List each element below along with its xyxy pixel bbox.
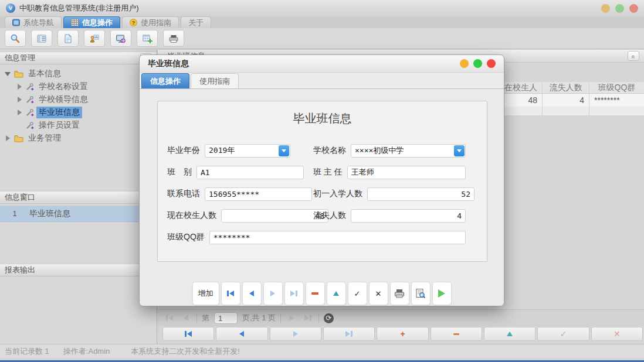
page-first-button[interactable] xyxy=(164,312,175,324)
dialog-tab-info-operation[interactable]: 信息操作 xyxy=(141,73,189,88)
record-next-button[interactable] xyxy=(270,327,321,341)
tab-user-guide[interactable]: ? 使用指南 xyxy=(122,16,179,28)
record-delete-button[interactable] xyxy=(431,327,482,341)
phone-input[interactable] xyxy=(205,187,312,201)
school-name-input[interactable] xyxy=(351,144,466,158)
field-label: 现在校生人数 xyxy=(167,210,216,221)
graduating-class-dialog: 毕业班信息 信息操作 使用指南 毕业班信息 毕业年份 xyxy=(139,54,504,306)
tab-system-nav[interactable]: 系统导航 xyxy=(5,16,62,28)
enroll-count-input[interactable] xyxy=(367,187,474,201)
printer-button[interactable] xyxy=(163,30,184,47)
print-preview-button[interactable] xyxy=(411,282,431,305)
column-header-lost-count[interactable]: 流失人数 xyxy=(543,82,589,93)
record-last-button[interactable] xyxy=(323,327,375,341)
grad-year-combobox[interactable] xyxy=(205,144,290,158)
field-grad-year: 毕业年份 xyxy=(167,144,290,158)
tree-node-graduating-class[interactable]: 毕业班信息 xyxy=(0,106,157,119)
maximize-button[interactable] xyxy=(615,4,624,13)
record-post-button[interactable]: ✓ xyxy=(537,327,589,341)
info-window-panel-header: 信息窗口 xyxy=(0,191,157,204)
run-button[interactable] xyxy=(432,282,452,305)
record-add-button[interactable]: + xyxy=(377,327,428,341)
document-icon xyxy=(63,33,73,44)
tab-info-operation[interactable]: 信息操作 xyxy=(63,16,120,28)
page-number-input[interactable] xyxy=(214,312,238,324)
dialog-tab-bar: 信息操作 使用指南 xyxy=(141,73,239,88)
list-button[interactable] xyxy=(31,30,52,47)
status-bar: 当前记录数 1 操作者:Admin 本系统支持二次开发和全新开发! xyxy=(0,344,644,358)
current-count-input[interactable] xyxy=(221,209,328,223)
tree-node-label[interactable]: 学校领导信息 xyxy=(36,94,90,105)
page-next-button[interactable] xyxy=(286,312,297,324)
operator-label: 操作者:Admin xyxy=(63,346,110,357)
qq-group-input[interactable] xyxy=(209,231,466,244)
table-add-button[interactable] xyxy=(137,30,158,47)
tree-node-label-selected[interactable]: 毕业班信息 xyxy=(36,107,82,118)
lost-count-input[interactable] xyxy=(351,209,466,223)
panel-collapse-up-button[interactable]: « xyxy=(628,51,639,61)
minimize-button[interactable] xyxy=(601,4,610,13)
page-last-button[interactable] xyxy=(302,312,314,324)
record-prev-button[interactable] xyxy=(216,327,267,341)
delete-record-button[interactable] xyxy=(306,282,325,305)
app-logo-icon: V xyxy=(6,4,15,13)
field-label: 流失人数 xyxy=(313,210,346,221)
tree-node-label[interactable]: 学校名称设置 xyxy=(36,81,90,93)
post-record-button[interactable]: ✓ xyxy=(348,282,367,305)
first-record-button[interactable] xyxy=(221,282,240,305)
tree-node-label[interactable]: 业务管理 xyxy=(26,132,63,144)
info-window-row[interactable]: 1 毕业班信息 xyxy=(0,206,157,222)
cell-qq-group: ******** xyxy=(589,94,644,107)
user-chart-button[interactable] xyxy=(84,30,105,47)
dialog-maximize-button[interactable] xyxy=(473,59,482,68)
tree-node-label[interactable]: 基本信息 xyxy=(26,68,63,80)
tree-node-basic-info[interactable]: 基本信息 xyxy=(0,67,157,80)
tree-node-school-name[interactable]: 学校名称设置 xyxy=(0,80,157,93)
head-teacher-input[interactable] xyxy=(347,166,466,179)
tree-node-operator-setting[interactable]: 操作员设置 xyxy=(0,119,157,132)
tree-node-label[interactable]: 操作员设置 xyxy=(36,119,82,131)
chevron-down-icon[interactable] xyxy=(454,145,465,156)
search-button[interactable] xyxy=(5,30,26,47)
panel-title: 信息管理 xyxy=(5,53,35,63)
last-record-button[interactable] xyxy=(284,282,304,305)
expand-icon[interactable] xyxy=(6,135,10,141)
refresh-icon[interactable]: ⟳ xyxy=(324,313,334,323)
question-icon: ? xyxy=(130,19,137,26)
edit-record-button[interactable] xyxy=(327,282,346,305)
record-cancel-button[interactable]: ✕ xyxy=(591,327,643,341)
print-button[interactable] xyxy=(390,282,409,305)
cancel-record-button[interactable]: ✕ xyxy=(369,282,388,305)
tree-node-business-manage[interactable]: 业务管理 xyxy=(0,132,157,145)
dialog-close-button[interactable] xyxy=(487,59,496,68)
column-header-qq-group[interactable]: 班级QQ群 xyxy=(589,82,644,93)
tab-about[interactable]: 关于 xyxy=(181,16,211,28)
dialog-minimize-button[interactable] xyxy=(460,59,469,68)
expand-icon[interactable] xyxy=(18,110,22,115)
school-name-combobox[interactable] xyxy=(351,144,466,158)
expand-icon[interactable] xyxy=(5,72,11,76)
tree-node-school-leader[interactable]: 学校领导信息 xyxy=(0,93,157,106)
record-edit-button[interactable] xyxy=(484,327,535,341)
next-record-button[interactable] xyxy=(263,282,283,305)
report-output-panel-header: 报表输出 xyxy=(0,264,157,276)
prev-record-button[interactable] xyxy=(242,282,262,305)
search-icon xyxy=(10,33,21,44)
expand-icon[interactable] xyxy=(18,97,22,103)
field-head-teacher: 班 主 任 xyxy=(313,165,466,179)
close-button[interactable] xyxy=(629,4,638,13)
panel-title: 信息窗口 xyxy=(5,192,35,203)
chevron-down-icon[interactable] xyxy=(279,145,289,156)
expand-icon[interactable] xyxy=(18,84,22,90)
record-first-button[interactable] xyxy=(162,327,214,341)
document-button[interactable] xyxy=(57,30,79,47)
grad-year-input[interactable] xyxy=(205,144,290,158)
window-controls xyxy=(601,4,638,13)
pagination-bar: 第 页,共 1 页 ⟳ xyxy=(158,309,644,326)
class-name-input[interactable] xyxy=(196,166,304,179)
info-manage-tree: 基本信息 学校名称设置 学校领导信息 毕业班信息 操作员设置 xyxy=(0,67,157,145)
monitor-globe-button[interactable] xyxy=(110,30,131,47)
add-button[interactable]: 增加 xyxy=(192,282,219,305)
page-prev-button[interactable] xyxy=(180,312,192,324)
dialog-tab-user-guide[interactable]: 使用指南 xyxy=(191,73,239,88)
